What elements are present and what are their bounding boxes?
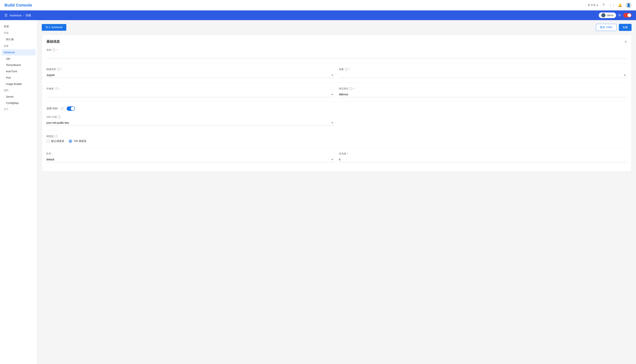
ssh-key-select-wrapper: your-ssh-public-key <box>46 120 334 126</box>
image-label: 镜像 ? * <box>339 68 627 71</box>
sidebar-item-pvc[interactable]: 持久卷 <box>0 36 37 43</box>
storage-field: 存储卷 ? * <box>46 87 334 97</box>
scheduler-help-icon[interactable]: ? <box>55 135 58 138</box>
sidebar-item-secret[interactable]: Secret <box>0 94 37 100</box>
main-content: 导入 Notebook 预览 YAML 创建 基础信息 ∧ 名称 ? * <box>37 20 636 364</box>
collapse-icon[interactable]: ∧ <box>625 40 627 44</box>
breadcrumb-separator: › <box>23 14 24 17</box>
notification-icon[interactable]: 🔔 <box>617 2 622 8</box>
ssh-key-help-icon[interactable]: ? <box>58 116 61 118</box>
image-type-field: 镜像类型 ? * Jupyter <box>46 68 334 78</box>
image-type-select-wrapper: Jupyter <box>46 72 334 78</box>
image-type-select[interactable]: Jupyter <box>46 72 334 78</box>
ssh-key-row: SSH 公钥 ? your-ssh-public-key <box>46 115 627 126</box>
sidebar-item-overview[interactable]: 总览 <box>0 23 37 30</box>
user-badge[interactable]: 👤 demo <box>599 12 616 18</box>
image-type-help-icon[interactable]: ? <box>57 68 60 71</box>
ssh-help-icon[interactable]: ? <box>61 107 64 110</box>
sidebar-item-tensorboard[interactable]: TensorBoard <box>0 62 37 68</box>
scheduler-row: 调度器 ? 默认调度器 T9k 调度器 <box>46 135 627 143</box>
scheduler-t9k-option[interactable]: T9k 调度器 <box>69 140 86 143</box>
storage-label: 存储卷 ? * <box>46 87 334 90</box>
mount-path-help-icon[interactable]: ? <box>350 87 353 90</box>
scheduler-t9k-radio[interactable] <box>69 140 72 143</box>
breadcrumb-root[interactable]: Notebook <box>10 14 22 17</box>
sidebar-item-configmap[interactable]: ConfigMap <box>0 100 37 106</box>
image-select[interactable] <box>339 72 627 78</box>
scheduler-default-option[interactable]: 默认调度器 <box>46 140 64 143</box>
refresh-icon[interactable]: ↻ <box>618 13 621 17</box>
top-header: Build Console 𝐓 中文 ▾ ? ⋮⋮ 🔔 👤 <box>0 0 636 10</box>
image-row: 镜像类型 ? * Jupyter 镜像 ? * <box>46 68 627 78</box>
priority-label: 优先级 * <box>339 152 627 155</box>
breadcrumb: Notebook › 创建 <box>10 14 31 17</box>
sidebar-section-build: 构建 <box>0 43 37 49</box>
breadcrumb-bar: ☰ Notebook › 创建 👤 demo ↻ <box>0 10 636 20</box>
name-required: * <box>56 48 58 52</box>
header-right: 𝐓 中文 ▾ ? ⋮⋮ 🔔 👤 <box>588 2 632 8</box>
breadcrumb-left: ☰ Notebook › 创建 <box>4 13 31 17</box>
import-notebook-button[interactable]: 导入 Notebook <box>42 24 66 31</box>
mount-path-field: 绑定路径 ? * /t9k/mnt <box>339 87 627 97</box>
queue-select[interactable]: default <box>46 157 334 162</box>
queue-select-wrapper: default <box>46 157 334 162</box>
divider-2 <box>46 82 627 82</box>
scheduler-default-radio[interactable] <box>46 140 50 143</box>
sidebar: 总览 存储 持久卷 构建 Notebook Job TensorBoard Au… <box>0 20 37 364</box>
sidebar-item-autotune[interactable]: AutoTune <box>0 68 37 74</box>
queue-row: 队列 default 优先级 * 0 <box>46 152 627 162</box>
lang-selector[interactable]: 𝐓 中文 ▾ <box>588 4 598 7</box>
name-input[interactable] <box>46 53 627 58</box>
ssh-key-select[interactable]: your-ssh-public-key <box>46 120 334 126</box>
ssh-row: 启用 SSH ? <box>46 106 627 111</box>
main-layout: 总览 存储 持久卷 构建 Notebook Job TensorBoard Au… <box>0 20 636 364</box>
ssh-label: 启用 SSH <box>46 107 58 110</box>
ssh-key-label: SSH 公钥 ? <box>46 115 334 119</box>
storage-row: 存储卷 ? * 绑定路径 ? * <box>46 87 627 97</box>
divider-4 <box>46 130 627 130</box>
priority-required: * <box>347 152 348 155</box>
sidebar-item-job[interactable]: Job <box>0 56 37 62</box>
help-icon[interactable]: ? <box>601 2 606 8</box>
sidebar-section-storage: 存储 <box>0 30 37 36</box>
action-bar: 导入 Notebook 预览 YAML 创建 <box>42 24 632 31</box>
lang-label: 中文 <box>591 4 596 7</box>
username-label: demo <box>607 14 614 17</box>
sidebar-section-about: 关于 <box>0 106 37 112</box>
storage-select[interactable] <box>46 92 334 97</box>
create-button[interactable]: 创建 <box>619 24 632 31</box>
storage-select-wrapper <box>46 92 334 97</box>
scheduler-label: 调度器 ? <box>46 135 627 138</box>
priority-field: 优先级 * 0 <box>339 152 627 162</box>
sidebar-item-pod[interactable]: Pod <box>0 74 37 81</box>
preview-yaml-button[interactable]: 预览 YAML <box>596 24 617 31</box>
name-row: 名称 ? * <box>46 48 627 58</box>
status-toggle[interactable] <box>623 13 632 18</box>
image-help-icon[interactable]: ? <box>345 68 348 71</box>
image-field: 镜像 ? * <box>339 68 627 78</box>
priority-input[interactable]: 0 <box>339 157 627 162</box>
action-bar-right: 预览 YAML 创建 <box>596 24 632 31</box>
storage-required: * <box>59 87 60 90</box>
user-avatar: 👤 <box>601 13 606 17</box>
translate-icon: 𝐓 <box>588 4 590 7</box>
basic-info-card: 基础信息 ∧ 名称 ? * 镜像类型 <box>42 35 632 172</box>
ssh-toggle[interactable] <box>67 106 75 111</box>
storage-help-icon[interactable]: ? <box>55 87 58 90</box>
divider-1 <box>46 63 627 63</box>
apps-icon[interactable]: ⋮⋮ <box>609 2 614 8</box>
sidebar-item-imagebuilder[interactable]: Image Builder <box>0 81 37 87</box>
image-type-required: * <box>61 68 62 71</box>
name-help-icon[interactable]: ? <box>52 48 55 52</box>
sidebar-item-notebook[interactable]: Notebook <box>2 49 36 56</box>
scheduler-field: 调度器 ? 默认调度器 T9k 调度器 <box>46 135 627 143</box>
menu-icon[interactable]: ☰ <box>4 13 8 17</box>
image-type-label: 镜像类型 ? * <box>46 68 334 71</box>
divider-5 <box>46 147 627 148</box>
mount-path-required: * <box>354 87 355 90</box>
scheduler-radio-group: 默认调度器 T9k 调度器 <box>46 140 627 143</box>
user-avatar-icon[interactable]: 👤 <box>626 2 632 8</box>
mount-path-input[interactable]: /t9k/mnt <box>339 92 627 97</box>
breadcrumb-right: 👤 demo ↻ <box>599 12 632 18</box>
queue-field: 队列 default <box>46 152 334 162</box>
